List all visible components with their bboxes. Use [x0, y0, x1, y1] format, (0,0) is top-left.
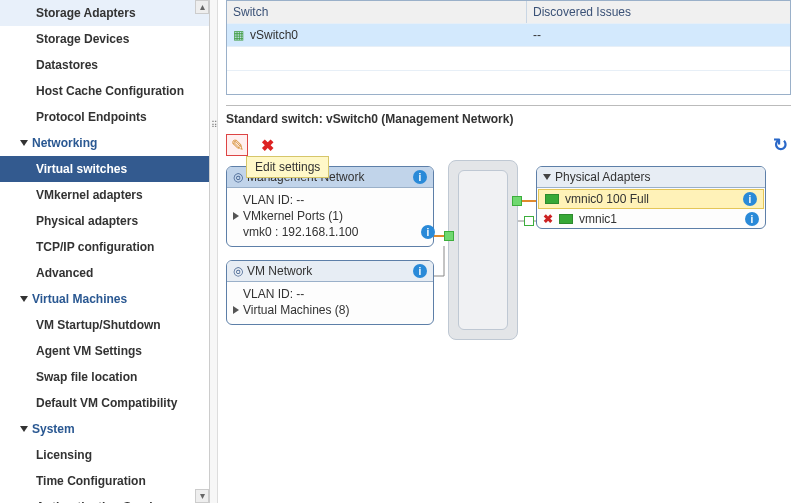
sidebar: ▴ Storage Adapters Storage Devices Datas… — [0, 0, 210, 503]
sidebar-item-vm-startup[interactable]: VM Startup/Shutdown — [0, 312, 209, 338]
info-icon[interactable]: i — [745, 212, 759, 226]
sidebar-section-label: Networking — [32, 136, 97, 150]
table-row-empty — [227, 70, 790, 94]
portgroup-icon: ◎ — [233, 170, 243, 184]
sidebar-section-virtual-machines[interactable]: Virtual Machines — [0, 286, 209, 312]
collapse-icon[interactable] — [233, 212, 239, 220]
splitter-handle-icon: ⠿ — [211, 120, 217, 130]
port-icon — [512, 196, 522, 206]
vlan-id: VLAN ID: -- — [243, 286, 425, 302]
table-row-empty — [227, 46, 790, 70]
sidebar-item-vmkernel-adapters[interactable]: VMkernel adapters — [0, 182, 209, 208]
sidebar-item-protocol-endpoints[interactable]: Protocol Endpoints — [0, 104, 209, 130]
physical-adapters-box[interactable]: Physical Adapters vmnic0 100 Full i ✖ vm… — [536, 166, 766, 229]
tooltip-edit-settings: Edit settings — [246, 156, 329, 178]
portgroup-management-network[interactable]: ◎ Management Network i VLAN ID: -- VMker… — [226, 166, 434, 247]
sidebar-item-default-vm-compat[interactable]: Default VM Compatibility — [0, 390, 209, 416]
portgroup-title: VM Network — [247, 264, 409, 278]
sidebar-item-storage-adapters[interactable]: Storage Adapters — [0, 0, 209, 26]
sidebar-section-networking[interactable]: Networking — [0, 130, 209, 156]
info-icon[interactable]: i — [743, 192, 757, 206]
sidebar-item-virtual-switches[interactable]: Virtual switches — [0, 156, 209, 182]
chevron-down-icon — [20, 140, 28, 146]
error-icon: ✖ — [543, 212, 553, 226]
sidebar-section-label: Virtual Machines — [32, 292, 127, 306]
vswitch-icon: ▦ — [233, 28, 244, 42]
nic-label: vmnic0 100 Full — [565, 192, 737, 206]
sidebar-item-host-cache[interactable]: Host Cache Configuration — [0, 78, 209, 104]
switch-hub-inner — [458, 170, 508, 330]
sidebar-item-advanced[interactable]: Advanced — [0, 260, 209, 286]
sidebar-item-storage-devices[interactable]: Storage Devices — [0, 26, 209, 52]
vlan-id: VLAN ID: -- — [243, 192, 425, 208]
physical-adapters-title: Physical Adapters — [555, 170, 759, 184]
delete-button[interactable]: ✖ — [256, 134, 278, 156]
nic-icon — [559, 214, 573, 224]
close-icon: ✖ — [261, 136, 274, 155]
sidebar-item-time-config[interactable]: Time Configuration — [0, 468, 209, 494]
sidebar-item-auth-services[interactable]: Authentication Services — [0, 494, 209, 503]
main-pane: Switch Discovered Issues ▦ vSwitch0 -- S… — [218, 0, 799, 503]
sidebar-item-agent-vm-settings[interactable]: Agent VM Settings — [0, 338, 209, 364]
pencil-icon: ✎ — [231, 136, 244, 155]
refresh-button[interactable]: ↻ — [769, 134, 791, 156]
splitter[interactable]: ⠿ — [210, 0, 218, 503]
sidebar-item-licensing[interactable]: Licensing — [0, 442, 209, 468]
table-header: Switch Discovered Issues — [227, 1, 790, 23]
virtual-machines-count[interactable]: Virtual Machines (8) — [243, 303, 350, 317]
info-icon[interactable]: i — [421, 225, 435, 239]
sidebar-item-tcpip[interactable]: TCP/IP configuration — [0, 234, 209, 260]
portgroup-vm-network[interactable]: ◎ VM Network i VLAN ID: -- Virtual Machi… — [226, 260, 434, 325]
edit-settings-button[interactable]: ✎ — [226, 134, 248, 156]
vmk0-entry[interactable]: vmk0 : 192.168.1.100 — [243, 225, 358, 239]
sidebar-item-physical-adapters[interactable]: Physical adapters — [0, 208, 209, 234]
table-row[interactable]: ▦ vSwitch0 -- — [227, 23, 790, 46]
sidebar-item-swap-file-location[interactable]: Swap file location — [0, 364, 209, 390]
nic-label: vmnic1 — [579, 212, 739, 226]
sidebar-section-system[interactable]: System — [0, 416, 209, 442]
chevron-down-icon — [20, 296, 28, 302]
switch-name: vSwitch0 — [250, 28, 298, 42]
chevron-down-icon[interactable] — [543, 174, 551, 180]
port-icon — [524, 216, 534, 226]
nic-row-vmnic1[interactable]: ✖ vmnic1 i — [537, 210, 765, 228]
sidebar-scroll-down[interactable]: ▾ — [195, 489, 209, 503]
sidebar-scroll-up[interactable]: ▴ — [195, 0, 209, 14]
port-icon — [444, 231, 454, 241]
vmkernel-ports[interactable]: VMkernel Ports (1) — [243, 209, 343, 223]
switches-table: Switch Discovered Issues ▦ vSwitch0 -- — [226, 0, 791, 95]
collapse-icon[interactable] — [233, 306, 239, 314]
chevron-down-icon — [20, 426, 28, 432]
sidebar-item-datastores[interactable]: Datastores — [0, 52, 209, 78]
portgroup-icon: ◎ — [233, 264, 243, 278]
refresh-icon: ↻ — [773, 134, 788, 156]
sidebar-section-label: System — [32, 422, 75, 436]
nic-row-vmnic0[interactable]: vmnic0 100 Full i — [538, 189, 764, 209]
section-header: Standard switch: vSwitch0 (Management Ne… — [226, 105, 791, 130]
col-header-switch[interactable]: Switch — [227, 1, 527, 23]
col-header-issues[interactable]: Discovered Issues — [527, 1, 790, 23]
switch-diagram: ◎ Management Network i VLAN ID: -- VMker… — [226, 166, 791, 366]
switch-issues: -- — [527, 24, 790, 46]
nic-icon — [545, 194, 559, 204]
info-icon[interactable]: i — [413, 170, 427, 184]
info-icon[interactable]: i — [413, 264, 427, 278]
